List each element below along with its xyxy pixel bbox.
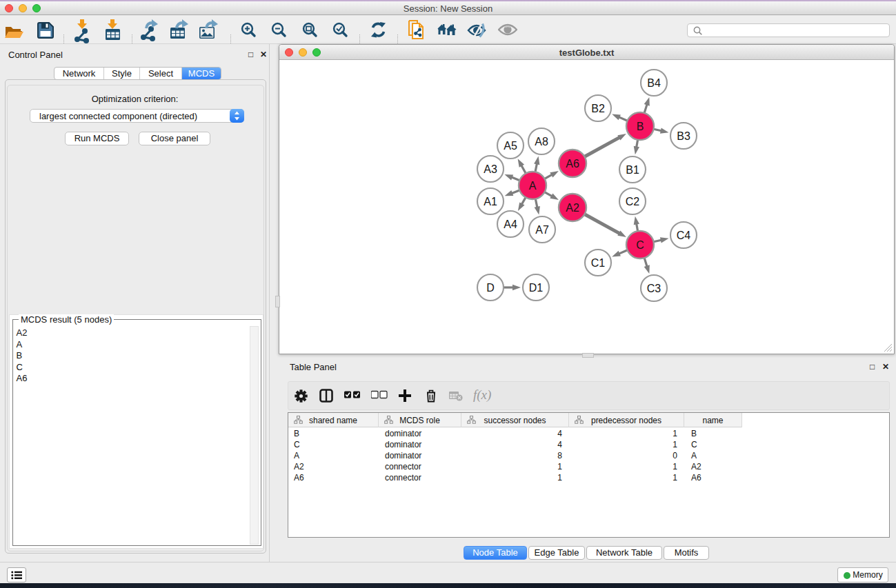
svg-text:C2: C2 <box>626 196 640 207</box>
svg-text:A5: A5 <box>504 140 517 152</box>
svg-text:B4: B4 <box>647 77 661 89</box>
svg-text:B: B <box>637 121 644 132</box>
svg-text:A: A <box>529 180 537 192</box>
svg-text:A4: A4 <box>504 219 517 230</box>
svg-text:A6: A6 <box>566 158 579 170</box>
svg-text:C1: C1 <box>591 257 606 269</box>
svg-text:B3: B3 <box>677 130 690 142</box>
svg-text:C4: C4 <box>677 230 691 241</box>
svg-text:A8: A8 <box>535 136 548 148</box>
svg-text:B2: B2 <box>591 103 605 114</box>
svg-text:A2: A2 <box>566 202 579 214</box>
svg-text:C: C <box>636 239 644 251</box>
svg-text:B1: B1 <box>626 164 639 176</box>
svg-text:A3: A3 <box>484 163 497 175</box>
svg-text:D: D <box>486 282 495 294</box>
svg-text:C3: C3 <box>647 283 661 294</box>
svg-text:A1: A1 <box>484 196 497 207</box>
svg-text:A7: A7 <box>535 224 549 236</box>
svg-text:D1: D1 <box>529 282 544 294</box>
